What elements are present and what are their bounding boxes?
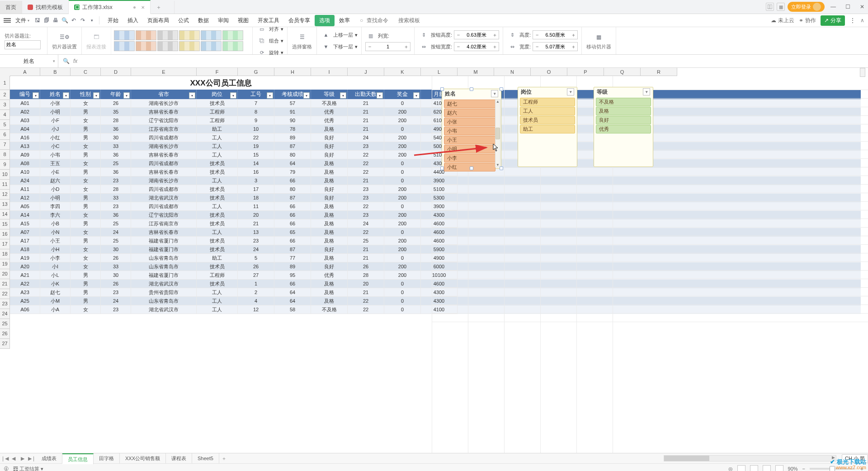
- table-cell[interactable]: 64: [274, 297, 311, 305]
- filter-button[interactable]: ▾: [340, 92, 346, 99]
- table-cell[interactable]: 女: [71, 228, 101, 237]
- table-cell[interactable]: 及格: [311, 159, 348, 168]
- table-header-cell[interactable]: 考核成绩▾: [274, 90, 311, 99]
- col-header[interactable]: Q: [604, 68, 641, 76]
- zoom-out-icon[interactable]: −: [802, 466, 805, 471]
- resize-handle[interactable]: [470, 87, 473, 91]
- table-cell[interactable]: 0: [384, 297, 421, 305]
- table-cell[interactable]: 23: [238, 237, 274, 245]
- table-cell[interactable]: 24: [348, 133, 384, 142]
- table-cell[interactable]: 23: [348, 185, 384, 194]
- filter-button[interactable]: ▾: [377, 92, 383, 99]
- table-cell[interactable]: 22: [348, 297, 384, 305]
- table-cell[interactable]: 技术员: [197, 262, 238, 271]
- style-swatch[interactable]: [157, 41, 178, 51]
- slicer-settings-group[interactable]: ☰⚙ 切片器设置: [47, 27, 82, 54]
- row-header[interactable]: 16: [0, 229, 10, 239]
- row-header[interactable]: 4: [0, 110, 10, 120]
- table-cell[interactable]: 小E: [40, 168, 71, 176]
- table-cell[interactable]: 87: [274, 142, 311, 151]
- row-header[interactable]: 23: [0, 299, 10, 309]
- table-cell[interactable]: 四川省成都市: [131, 159, 197, 168]
- row-header[interactable]: 19: [0, 259, 10, 269]
- row-header[interactable]: 1: [0, 76, 10, 90]
- table-cell[interactable]: 21: [348, 245, 384, 254]
- row-header[interactable]: 3: [0, 100, 10, 110]
- filter-button[interactable]: ▾: [267, 92, 273, 99]
- table-cell[interactable]: 良好: [311, 151, 348, 159]
- ribbon-tab-页面布局[interactable]: 页面布局: [143, 15, 174, 26]
- table-cell[interactable]: 200: [384, 245, 421, 254]
- table-cell[interactable]: 91: [274, 108, 311, 116]
- table-cell[interactable]: 200: [384, 237, 421, 245]
- group-icon[interactable]: ⿻: [256, 35, 267, 46]
- qa-print-icon[interactable]: 🖶: [52, 17, 59, 24]
- zoom-value[interactable]: 90%: [788, 466, 798, 471]
- table-cell[interactable]: 男: [71, 202, 101, 211]
- row-header[interactable]: 26: [0, 329, 10, 339]
- table-cell[interactable]: 0: [384, 202, 421, 211]
- table-cell[interactable]: 男: [71, 108, 101, 116]
- style-swatch[interactable]: [222, 41, 243, 51]
- table-header-cell[interactable]: 奖金▾: [384, 90, 421, 99]
- height-spin[interactable]: −＋: [533, 30, 578, 39]
- qa-dropdown-icon[interactable]: ▾: [88, 17, 95, 24]
- table-cell[interactable]: 江苏省南京市: [131, 219, 197, 228]
- table-cell[interactable]: 200: [384, 271, 421, 280]
- select-pane-group[interactable]: ☰ 选择窗格: [288, 27, 317, 54]
- sheet-nav-last-icon[interactable]: ▶❘: [27, 456, 36, 461]
- table-cell[interactable]: 吉林省长春市: [131, 228, 197, 237]
- ribbon-tab-开始[interactable]: 开始: [103, 15, 123, 26]
- col-header[interactable]: J: [348, 68, 384, 76]
- table-cell[interactable]: 男: [71, 151, 101, 159]
- table-cell[interactable]: 湖北省武汉市: [131, 305, 197, 314]
- table-cell[interactable]: A21: [10, 271, 40, 280]
- slicer-item[interactable]: 小韦: [444, 127, 495, 135]
- table-header-cell[interactable]: 岗位▾: [197, 90, 238, 99]
- table-cell[interactable]: 200: [384, 219, 421, 228]
- ribbon-tab-公式[interactable]: 公式: [174, 15, 193, 26]
- table-cell[interactable]: 女: [71, 254, 101, 262]
- sheet-tab[interactable]: 员工信息: [62, 453, 94, 464]
- h-scrollbar[interactable]: ◀▶: [664, 455, 836, 461]
- table-cell[interactable]: 小C: [40, 142, 71, 151]
- sheet-tab[interactable]: 课程表: [166, 453, 192, 463]
- btn-height-spin[interactable]: −＋: [454, 30, 499, 39]
- table-cell[interactable]: 24: [101, 297, 131, 305]
- row-header[interactable]: 5: [0, 120, 10, 130]
- col-header[interactable]: L: [421, 68, 458, 76]
- table-cell[interactable]: 0: [384, 305, 421, 314]
- scroll-thumb[interactable]: [495, 128, 500, 139]
- table-cell[interactable]: 福建省厦门市: [131, 237, 197, 245]
- tab-add[interactable]: ＋: [151, 1, 175, 14]
- style-swatch[interactable]: [201, 30, 222, 40]
- ribbon-tab-数据[interactable]: 数据: [193, 15, 213, 26]
- style-swatch[interactable]: [136, 41, 156, 51]
- filter-button[interactable]: ▾: [303, 92, 310, 99]
- table-cell[interactable]: 23: [101, 202, 131, 211]
- table-cell[interactable]: 及格: [311, 176, 348, 185]
- sheet-nav-prev-icon[interactable]: ◀: [9, 456, 18, 461]
- table-cell[interactable]: 女: [71, 99, 101, 108]
- table-cell[interactable]: 26: [348, 262, 384, 271]
- table-cell[interactable]: A06: [10, 305, 40, 314]
- table-cell[interactable]: 江苏省南京市: [131, 125, 197, 133]
- resize-handle[interactable]: [500, 87, 503, 91]
- table-cell[interactable]: 山东省青岛市: [131, 297, 197, 305]
- table-cell[interactable]: 技术员: [197, 194, 238, 202]
- table-cell[interactable]: A03: [10, 116, 40, 125]
- table-cell[interactable]: 工人: [197, 151, 238, 159]
- table-cell[interactable]: 15: [238, 151, 274, 159]
- table-cell[interactable]: 18: [238, 194, 274, 202]
- table-cell[interactable]: 9: [238, 116, 274, 125]
- table-cell[interactable]: 及格: [311, 297, 348, 305]
- table-cell[interactable]: 10: [238, 125, 274, 133]
- table-cell[interactable]: A19: [10, 254, 40, 262]
- table-cell[interactable]: 工程师: [197, 116, 238, 125]
- slicer-item[interactable]: 小明: [444, 145, 495, 153]
- table-cell[interactable]: 1: [238, 280, 274, 288]
- bring-forward-button[interactable]: ▲上移一层▾: [321, 29, 358, 40]
- file-menu[interactable]: 文件▾: [13, 17, 32, 24]
- table-cell[interactable]: A13: [10, 142, 40, 151]
- slicer-post[interactable]: 岗位▾ 工程师工人技术员助工: [518, 87, 577, 167]
